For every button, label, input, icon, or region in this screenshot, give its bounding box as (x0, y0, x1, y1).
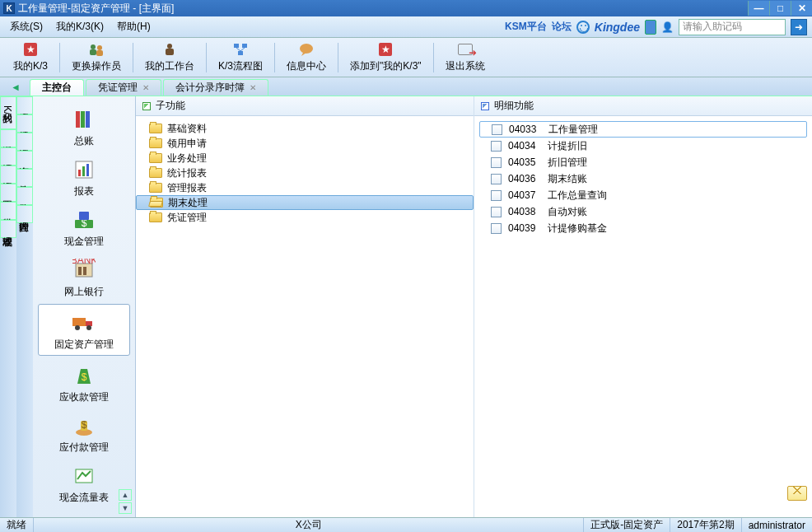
function-area: 子功能 基础资料领用申请业务处理统计报表管理报表期末处理凭证管理 明细功能 04… (136, 96, 812, 517)
status-ready: 就绪 (0, 518, 34, 532)
detail-code: 04034 (508, 140, 541, 152)
side-tab[interactable]: 我的K/3 (0, 96, 16, 129)
sub-function-item[interactable]: 凭证管理 (136, 210, 474, 225)
detail-label: 工作总量查询 (548, 189, 607, 203)
detail-function-title: 明细功能 (494, 99, 534, 113)
sidebar-tabs-outer: 我的K/3财务会计管理会计资金管理集团合并供应链成本管理 (0, 96, 16, 517)
side-tab[interactable]: 管理会计 (0, 147, 16, 166)
minimize-button[interactable]: — (748, 1, 769, 16)
detail-function-item[interactable]: 04035折旧管理 (479, 154, 807, 170)
search-placeholder: 请输入助记码 (683, 20, 742, 34)
module-scroll-down[interactable]: ▼ (119, 502, 132, 514)
restore-button[interactable]: □ (769, 1, 791, 16)
module-item[interactable]: $应收款管理 (33, 357, 135, 408)
doc-tab[interactable]: 会计分录序时簿✕ (163, 79, 268, 96)
side-tab[interactable]: 企业绩效 (16, 169, 33, 187)
detail-label: 工作量管理 (548, 123, 598, 137)
person-icon: 👤 (661, 21, 674, 33)
main-area: 我的K/3财务会计管理会计资金管理集团合并供应链成本管理 生产管理精益管理资产管… (0, 96, 812, 517)
tab-close-icon[interactable]: ✕ (142, 83, 149, 92)
search-go-button[interactable]: ➜ (791, 19, 807, 35)
truck-icon (71, 310, 97, 336)
module-item[interactable]: 报表 (33, 152, 135, 202)
forum-link[interactable]: 论坛 (552, 20, 572, 34)
phone-icon[interactable] (645, 20, 656, 35)
report-icon (71, 156, 97, 183)
toolbar-users[interactable]: 更换操作员 (65, 40, 128, 75)
menu-myk3[interactable]: 我的K/3(K) (51, 18, 109, 35)
toolbar-exit[interactable]: ➜退出系统 (439, 40, 492, 75)
books-icon (71, 106, 97, 133)
side-tab[interactable]: 人力资源 (16, 151, 33, 169)
side-tab[interactable]: 精益管理 (16, 114, 33, 133)
svg-rect-10 (238, 51, 243, 55)
module-label: 应收款管理 (59, 390, 109, 404)
sub-function-item[interactable]: 领用申请 (136, 136, 474, 151)
toolbar-add[interactable]: ★添加到"我的K/3" (343, 40, 428, 75)
square-icon (481, 102, 489, 110)
module-label: 现金管理 (64, 235, 104, 249)
module-scroll-up[interactable]: ▲ (119, 489, 132, 501)
status-period: 2017年第2期 (670, 518, 741, 532)
sub-function-item[interactable]: 业务处理 (136, 151, 474, 166)
toolbar-star[interactable]: ★我的K/3 (7, 40, 54, 75)
side-tab[interactable]: 生产管理 (16, 96, 33, 114)
detail-function-item[interactable]: 04038自动对账 (479, 203, 807, 220)
mail-icon[interactable] (787, 486, 807, 501)
module-item[interactable]: 固定资产管理 (38, 304, 130, 356)
sub-function-item[interactable]: 管理报表 (136, 180, 474, 195)
svg-point-11 (300, 44, 313, 54)
detail-function-item[interactable]: 04036期末结账 (479, 170, 807, 187)
search-input[interactable]: 请输入助记码 (679, 19, 786, 35)
menu-help[interactable]: 帮助(H) (112, 18, 156, 35)
sub-function-item[interactable]: 统计报表 (136, 166, 474, 180)
module-item[interactable]: BANK网上银行 (33, 252, 135, 302)
checkbox-icon[interactable] (491, 157, 502, 168)
checkbox-icon[interactable] (491, 223, 502, 234)
side-tab[interactable]: 财务会计 (0, 129, 16, 147)
face-icon[interactable] (576, 21, 590, 34)
svg-text:★: ★ (26, 44, 35, 55)
toolbar-flow[interactable]: K/3流程图 (212, 40, 269, 75)
sub-function-label: 管理报表 (167, 181, 207, 195)
flow-icon (232, 41, 249, 58)
toolbar-label: 信息中心 (287, 59, 326, 73)
module-item[interactable]: 总账 (33, 101, 135, 152)
checkbox-icon[interactable] (491, 141, 502, 152)
side-tab[interactable]: 商业智能 (16, 187, 33, 205)
tab-arrow-left[interactable]: ◄ (2, 79, 30, 96)
checkbox-icon[interactable] (492, 124, 502, 135)
sub-function-item[interactable]: 期末处理 (136, 195, 474, 210)
svg-rect-15 (81, 111, 85, 128)
sub-function-label: 基础资料 (167, 122, 207, 136)
window-title: 工作量管理-固定资产管理 - [主界面] (18, 2, 748, 16)
tab-close-icon[interactable]: ✕ (250, 83, 256, 92)
side-tab[interactable]: 资金管理 (0, 166, 16, 184)
side-tab[interactable]: 集团合并 (0, 184, 16, 202)
add-icon: ★ (377, 41, 394, 58)
sub-function-item[interactable]: 基础资料 (136, 121, 474, 136)
toolbar-desk[interactable]: 我的工作台 (138, 40, 201, 75)
detail-function-item[interactable]: 04034计提折旧 (479, 138, 807, 154)
detail-function-item[interactable]: 04039计提修购基金 (479, 220, 807, 236)
module-label: 总账 (74, 134, 94, 148)
close-button[interactable]: ✕ (791, 1, 812, 16)
checkbox-icon[interactable] (491, 207, 502, 217)
svg-point-4 (97, 45, 102, 50)
doc-tab[interactable]: 凭证管理✕ (86, 79, 161, 96)
side-tab[interactable]: 供应链 (0, 202, 16, 220)
toolbar-bubble[interactable]: 信息中心 (280, 40, 333, 75)
checkbox-icon[interactable] (491, 174, 502, 184)
side-tab[interactable]: 资产管理 (16, 133, 33, 151)
doc-tab[interactable]: 主控台 (30, 79, 84, 96)
side-tab[interactable]: 内控管理 (16, 205, 33, 223)
module-item[interactable]: $应付款管理 (33, 408, 135, 458)
checkbox-icon[interactable] (491, 190, 502, 201)
module-item[interactable]: $现金管理 (33, 202, 135, 252)
ksm-link[interactable]: KSM平台 (505, 20, 547, 34)
detail-function-item[interactable]: 04037工作总量查询 (479, 187, 807, 203)
side-tab[interactable]: 成本管理 (0, 220, 16, 238)
svg-point-30 (75, 325, 80, 330)
detail-function-item[interactable]: 04033工作量管理 (479, 121, 807, 138)
menu-system[interactable]: 系统(S) (5, 18, 48, 35)
